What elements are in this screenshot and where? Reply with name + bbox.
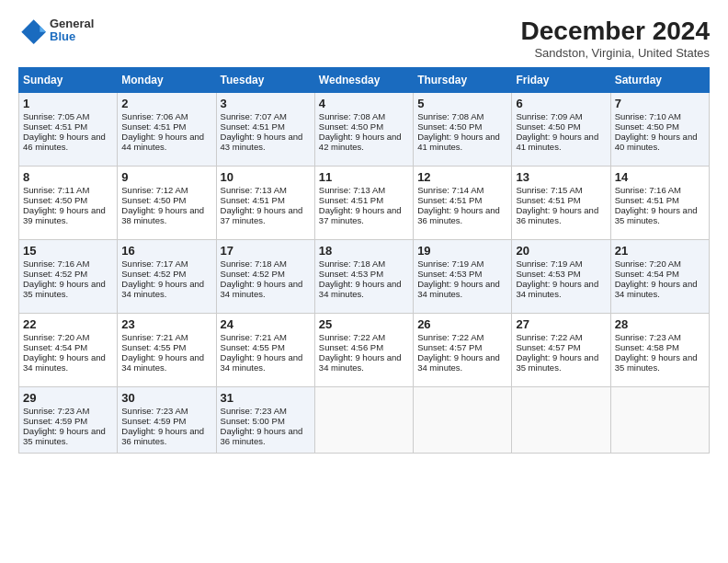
daylight-text: Daylight: 9 hours and 36 minutes. (516, 205, 598, 225)
daylight-text: Daylight: 9 hours and 35 minutes. (23, 279, 106, 299)
sunset-text: Sunset: 4:51 PM (516, 195, 580, 205)
sunrise-text: Sunrise: 7:18 AM (221, 259, 287, 269)
sunrise-text: Sunrise: 7:13 AM (319, 185, 385, 195)
day-cell: 28 Sunrise: 7:23 AM Sunset: 4:58 PM Dayl… (610, 314, 709, 387)
col-saturday: Saturday (610, 68, 709, 93)
logo-text: General Blue (50, 17, 94, 44)
logo-blue-text: Blue (50, 30, 94, 43)
sunset-text: Sunset: 4:52 PM (23, 269, 87, 279)
daylight-text: Daylight: 9 hours and 34 minutes. (221, 352, 303, 373)
sunset-text: Sunset: 4:50 PM (121, 195, 186, 205)
daylight-text: Daylight: 9 hours and 36 minutes. (417, 205, 500, 225)
sunrise-text: Sunrise: 7:11 AM (23, 185, 89, 195)
sunset-text: Sunset: 4:50 PM (319, 121, 383, 132)
col-friday: Friday (512, 68, 610, 93)
sunrise-text: Sunrise: 7:22 AM (516, 332, 582, 342)
sunset-text: Sunset: 4:53 PM (417, 269, 482, 279)
col-thursday: Thursday (414, 68, 512, 93)
sunset-text: Sunset: 4:59 PM (23, 416, 87, 426)
sunrise-text: Sunrise: 7:22 AM (417, 332, 483, 342)
sunset-text: Sunset: 4:50 PM (516, 121, 580, 132)
daylight-text: Daylight: 9 hours and 39 minutes. (23, 205, 106, 225)
sunrise-text: Sunrise: 7:07 AM (221, 111, 287, 121)
col-wednesday: Wednesday (314, 68, 413, 93)
calendar-week-row: 22 Sunrise: 7:20 AM Sunset: 4:54 PM Dayl… (19, 314, 710, 387)
sunrise-text: Sunrise: 7:23 AM (615, 332, 681, 342)
day-cell: 9 Sunrise: 7:12 AM Sunset: 4:50 PM Dayli… (118, 167, 216, 240)
sunrise-text: Sunrise: 7:21 AM (221, 332, 287, 342)
logo: General Blue (18, 17, 94, 44)
day-number: 22 (23, 317, 113, 331)
sunrise-text: Sunrise: 7:23 AM (121, 406, 188, 416)
day-number: 6 (516, 97, 606, 110)
day-cell: 13 Sunrise: 7:15 AM Sunset: 4:51 PM Dayl… (512, 167, 610, 240)
sunrise-text: Sunrise: 7:20 AM (615, 259, 681, 269)
sunset-text: Sunset: 4:50 PM (615, 121, 679, 132)
sunset-text: Sunset: 4:53 PM (319, 269, 383, 279)
day-cell: 4 Sunrise: 7:08 AM Sunset: 4:50 PM Dayli… (314, 93, 413, 167)
daylight-text: Daylight: 9 hours and 34 minutes. (121, 352, 204, 373)
day-number: 29 (23, 391, 113, 405)
page-title: December 2024 (521, 17, 710, 46)
daylight-text: Daylight: 9 hours and 34 minutes. (417, 279, 500, 299)
day-number: 19 (417, 244, 507, 258)
day-number: 12 (417, 170, 507, 184)
day-number: 16 (121, 244, 211, 258)
day-cell: 25 Sunrise: 7:22 AM Sunset: 4:56 PM Dayl… (314, 314, 413, 387)
sunrise-text: Sunrise: 7:19 AM (417, 259, 483, 269)
day-number: 8 (23, 170, 113, 184)
page-subtitle: Sandston, Virginia, United States (521, 46, 710, 60)
sunset-text: Sunset: 4:55 PM (121, 342, 186, 352)
day-cell: 8 Sunrise: 7:11 AM Sunset: 4:50 PM Dayli… (19, 167, 118, 240)
day-number: 11 (319, 170, 409, 184)
daylight-text: Daylight: 9 hours and 41 minutes. (417, 132, 500, 152)
day-cell: 5 Sunrise: 7:08 AM Sunset: 4:50 PM Dayli… (414, 93, 512, 167)
day-number: 30 (121, 391, 211, 405)
sunset-text: Sunset: 4:51 PM (417, 195, 482, 205)
col-tuesday: Tuesday (216, 68, 314, 93)
sunset-text: Sunset: 4:51 PM (319, 195, 383, 205)
empty-cell (314, 387, 413, 454)
sunset-text: Sunset: 4:59 PM (121, 416, 186, 426)
day-number: 1 (23, 97, 113, 110)
day-cell: 6 Sunrise: 7:09 AM Sunset: 4:50 PM Dayli… (512, 93, 610, 167)
sunrise-text: Sunrise: 7:06 AM (121, 111, 188, 121)
day-number: 15 (23, 244, 113, 258)
day-cell: 10 Sunrise: 7:13 AM Sunset: 4:51 PM Dayl… (216, 167, 314, 240)
day-number: 24 (221, 317, 311, 331)
daylight-text: Daylight: 9 hours and 34 minutes. (23, 352, 106, 373)
day-cell: 7 Sunrise: 7:10 AM Sunset: 4:50 PM Dayli… (610, 93, 709, 167)
sunrise-text: Sunrise: 7:08 AM (417, 111, 483, 121)
logo-general-text: General (50, 17, 94, 30)
daylight-text: Daylight: 9 hours and 37 minutes. (221, 205, 303, 225)
calendar-table: Sunday Monday Tuesday Wednesday Thursday… (18, 67, 710, 454)
sunset-text: Sunset: 4:58 PM (615, 342, 679, 352)
daylight-text: Daylight: 9 hours and 34 minutes. (319, 352, 402, 373)
day-number: 21 (615, 244, 705, 258)
sunset-text: Sunset: 4:51 PM (121, 121, 186, 132)
day-number: 9 (121, 170, 211, 184)
day-cell: 23 Sunrise: 7:21 AM Sunset: 4:55 PM Dayl… (118, 314, 216, 387)
day-cell: 26 Sunrise: 7:22 AM Sunset: 4:57 PM Dayl… (414, 314, 512, 387)
sunset-text: Sunset: 4:54 PM (615, 269, 679, 279)
daylight-text: Daylight: 9 hours and 34 minutes. (516, 279, 598, 299)
sunrise-text: Sunrise: 7:15 AM (516, 185, 582, 195)
sunset-text: Sunset: 4:51 PM (221, 121, 285, 132)
sunset-text: Sunset: 4:50 PM (23, 195, 87, 205)
sunrise-text: Sunrise: 7:23 AM (23, 406, 89, 416)
sunrise-text: Sunrise: 7:10 AM (615, 111, 681, 121)
col-sunday: Sunday (19, 68, 118, 93)
day-number: 26 (417, 317, 507, 331)
daylight-text: Daylight: 9 hours and 35 minutes. (615, 352, 698, 373)
daylight-text: Daylight: 9 hours and 44 minutes. (121, 132, 204, 152)
sunrise-text: Sunrise: 7:05 AM (23, 111, 89, 121)
sunrise-text: Sunrise: 7:22 AM (319, 332, 385, 342)
sunrise-text: Sunrise: 7:12 AM (121, 185, 188, 195)
sunset-text: Sunset: 4:54 PM (23, 342, 87, 352)
svg-marker-0 (21, 19, 46, 44)
sunset-text: Sunset: 4:51 PM (615, 195, 679, 205)
page: General Blue December 2024 Sandston, Vir… (0, 0, 728, 563)
sunrise-text: Sunrise: 7:17 AM (121, 259, 188, 269)
day-cell: 27 Sunrise: 7:22 AM Sunset: 4:57 PM Dayl… (512, 314, 610, 387)
daylight-text: Daylight: 9 hours and 35 minutes. (615, 205, 698, 225)
